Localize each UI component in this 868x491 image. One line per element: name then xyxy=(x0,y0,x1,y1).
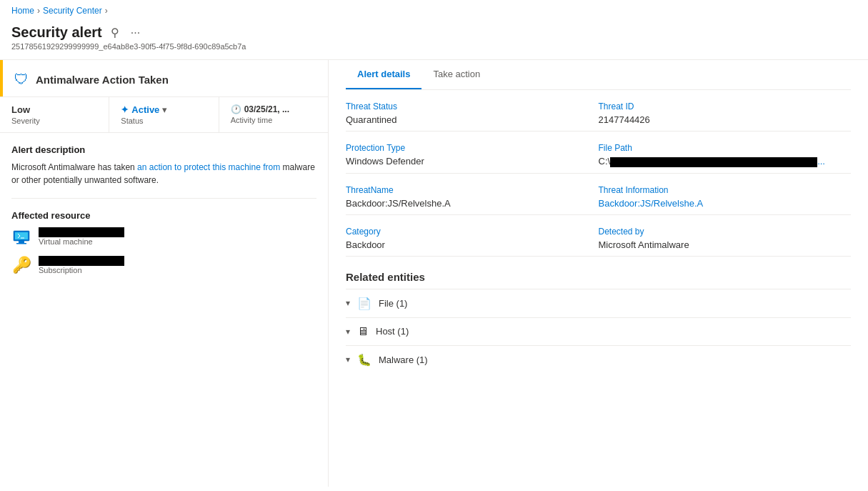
status-item: ✦ Active ▾ Status xyxy=(109,97,218,132)
threat-status-cell: Threat Status Quarantined xyxy=(346,90,599,132)
entity-malware[interactable]: ▾ 🐛 Malware (1) xyxy=(346,345,851,374)
malware-icon: 🐛 xyxy=(357,353,371,367)
right-panel: Alert details Take action Threat Status … xyxy=(329,60,868,487)
page-header: Security alert ⚲ ··· 2517856192929999999… xyxy=(0,21,868,60)
activity-time-label: Activity time xyxy=(231,116,316,124)
threat-information-cell: Threat Information Backdoor:JS/Relvelshe… xyxy=(599,174,852,215)
threat-name-label: ThreatName xyxy=(346,185,584,195)
tabs: Alert details Take action xyxy=(346,60,851,90)
detected-by-cell: Detected by Microsoft Antimalware xyxy=(599,215,852,257)
breadcrumb: Home › Security Center › xyxy=(0,0,868,21)
vm-icon xyxy=(11,227,31,247)
left-panel: 🛡 Antimalware Action Taken Low Severity … xyxy=(0,60,329,487)
pin-button[interactable]: ⚲ xyxy=(108,24,122,41)
affected-resource-title: Affected resource xyxy=(11,210,316,221)
protection-type-cell: Protection Type Windows Defender xyxy=(346,132,599,174)
description-link[interactable]: an action to protect this machine from xyxy=(137,162,280,172)
subscription-resource-item: 🔑 Subscription xyxy=(11,255,316,275)
file-path-cell: File Path C:\ ... xyxy=(599,132,852,174)
severity-item: Low Severity xyxy=(0,97,109,132)
shield-icon: 🛡 xyxy=(14,71,29,88)
clock-icon: 🕐 xyxy=(231,104,241,114)
spinner-icon: ✦ xyxy=(121,104,129,115)
activity-time-value: 🕐 03/25/21, ... xyxy=(231,104,316,114)
affected-resource-section: Affected resource Virtual mach xyxy=(0,199,328,295)
alert-title: Antimalware Action Taken xyxy=(36,74,169,86)
alert-meta: Low Severity ✦ Active ▾ Status 🕐 03/25/2… xyxy=(0,96,328,133)
breadcrumb-security-center[interactable]: Security Center xyxy=(43,6,102,16)
threat-id-label: Threat ID xyxy=(599,101,837,111)
related-entities-section: Related entities ▾ 📄 File (1) ▾ 🖥 Host (… xyxy=(346,257,851,374)
tab-take-action[interactable]: Take action xyxy=(421,60,492,89)
subscription-resource-details: Subscription xyxy=(39,256,124,274)
threat-status-label: Threat Status xyxy=(346,101,584,111)
related-entities-title: Related entities xyxy=(346,271,851,283)
severity-label: Severity xyxy=(11,116,97,125)
tab-alert-details[interactable]: Alert details xyxy=(346,60,421,89)
activity-time-item: 🕐 03/25/21, ... Activity time xyxy=(219,97,328,132)
protection-type-value: Windows Defender xyxy=(346,156,584,167)
status-value: ✦ Active ▾ xyxy=(121,104,206,115)
vm-type: Virtual machine xyxy=(39,237,124,246)
protection-type-label: Protection Type xyxy=(346,143,584,153)
subscription-name-redacted xyxy=(39,256,124,266)
threat-id-value: 2147744426 xyxy=(599,114,837,125)
breadcrumb-home[interactable]: Home xyxy=(11,6,34,16)
details-grid: Threat Status Quarantined Threat ID 2147… xyxy=(346,90,851,257)
host-chevron-icon: ▾ xyxy=(346,327,350,337)
threat-information-value[interactable]: Backdoor:JS/Relvelshe.A xyxy=(599,198,837,209)
category-value: Backdoor xyxy=(346,239,584,250)
file-path-label: File Path xyxy=(599,143,837,153)
vm-resource-item: Virtual machine xyxy=(11,227,316,247)
threat-information-label: Threat Information xyxy=(599,185,837,195)
alert-description-section: Alert description Microsoft Antimalware … xyxy=(0,133,328,198)
status-label: Status xyxy=(121,116,206,125)
detected-by-label: Detected by xyxy=(599,227,837,237)
malware-chevron-icon: ▾ xyxy=(346,354,350,364)
vm-name-redacted xyxy=(39,227,124,237)
severity-value: Low xyxy=(11,104,97,115)
detected-by-value: Microsoft Antimalware xyxy=(599,239,837,250)
file-path-value: C:\ ... xyxy=(599,156,837,167)
host-icon: 🖥 xyxy=(357,325,369,338)
threat-name-cell: ThreatName Backdoor:JS/Relvelshe.A xyxy=(346,174,599,215)
file-path-more[interactable]: ... xyxy=(817,156,825,167)
threat-status-value: Quarantined xyxy=(346,114,584,125)
page-title: Security alert xyxy=(11,24,102,41)
threat-id-cell: Threat ID 2147744426 xyxy=(599,90,852,132)
malware-label: Malware (1) xyxy=(379,354,428,365)
vm-resource-details: Virtual machine xyxy=(39,227,124,246)
svg-rect-2 xyxy=(19,241,24,243)
alert-header: 🛡 Antimalware Action Taken xyxy=(0,60,328,96)
alert-id: 25178561929299999999_e64ab8e3-90f5-4f75-… xyxy=(11,42,857,51)
subscription-type: Subscription xyxy=(39,266,124,274)
main-layout: 🛡 Antimalware Action Taken Low Severity … xyxy=(0,60,868,487)
breadcrumb-sep-2: › xyxy=(105,6,108,16)
entity-file[interactable]: ▾ 📄 File (1) xyxy=(346,289,851,317)
file-chevron-icon: ▾ xyxy=(346,298,350,308)
entity-host[interactable]: ▾ 🖥 Host (1) xyxy=(346,317,851,345)
description-title: Alert description xyxy=(11,144,316,155)
status-chevron-button[interactable]: ▾ xyxy=(162,104,167,115)
file-icon: 📄 xyxy=(357,297,371,310)
breadcrumb-sep-1: › xyxy=(37,6,40,16)
category-cell: Category Backdoor xyxy=(346,215,599,257)
subscription-icon: 🔑 xyxy=(11,255,31,275)
file-label: File (1) xyxy=(379,298,407,309)
threat-name-value: Backdoor:JS/Relvelshe.A xyxy=(346,198,584,209)
host-label: Host (1) xyxy=(376,326,409,337)
description-text: Microsoft Antimalware has taken an actio… xyxy=(11,161,316,187)
svg-rect-3 xyxy=(16,243,26,244)
more-options-button[interactable]: ··· xyxy=(128,25,143,41)
category-label: Category xyxy=(346,227,584,237)
